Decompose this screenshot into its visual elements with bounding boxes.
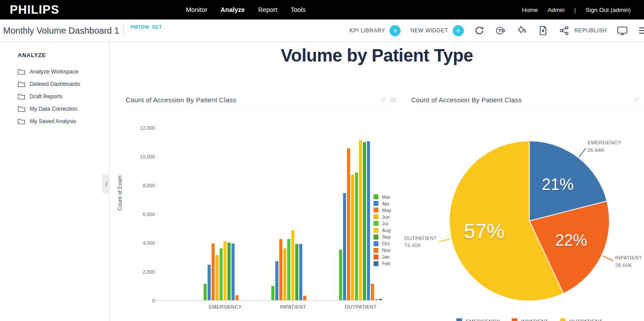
sidebar-item-my-data-correction[interactable]: My Data Correction bbox=[18, 103, 109, 115]
export-document-icon[interactable] bbox=[537, 25, 549, 36]
nav-analyze[interactable]: Analyze bbox=[220, 6, 245, 13]
bar-apr-inpatient[interactable] bbox=[275, 261, 279, 300]
bar-oct-inpatient[interactable] bbox=[299, 244, 303, 300]
bar-may-inpatient[interactable] bbox=[279, 239, 283, 300]
bar-may-emergency[interactable] bbox=[212, 244, 215, 300]
legend-item-jan[interactable]: Jan bbox=[374, 254, 391, 260]
share-icon bbox=[559, 25, 570, 36]
edit-widget-icon[interactable] bbox=[380, 97, 386, 103]
legend-item-oct[interactable]: Oct bbox=[374, 240, 391, 247]
bar-mar-emergency[interactable] bbox=[204, 284, 207, 300]
x-axis-category-label: INPATIENT bbox=[262, 304, 324, 309]
y-axis-tick-label: 6,000 bbox=[143, 212, 155, 217]
legend-item-apr[interactable]: Apr bbox=[374, 200, 391, 207]
legend-item-nov[interactable]: Nov bbox=[374, 247, 391, 254]
sidebar-collapse-handle[interactable]: ❮ bbox=[103, 174, 110, 193]
bar-nov-outpatient[interactable] bbox=[371, 284, 374, 300]
nav-separator: | bbox=[574, 7, 576, 13]
bar-nov-emergency[interactable] bbox=[235, 295, 239, 300]
bar-apr-emergency[interactable] bbox=[208, 265, 211, 300]
bar-jan-outpatient[interactable] bbox=[375, 299, 378, 300]
refresh-icon[interactable] bbox=[474, 25, 485, 36]
dashboard-canvas: Volume by Patient Type Count of Accessio… bbox=[110, 42, 644, 321]
bar-mar-inpatient[interactable] bbox=[271, 286, 275, 301]
bar-oct-outpatient[interactable] bbox=[367, 141, 370, 300]
bar-jun-outpatient[interactable] bbox=[351, 175, 355, 300]
new-widget-button[interactable]: NEW WIDGET + bbox=[410, 25, 463, 36]
bar-sep-outpatient[interactable] bbox=[363, 142, 366, 301]
analyze-sidebar: ANALYZE Analyze WorkspaceDeleted Dashboa… bbox=[0, 42, 110, 321]
legend-swatch bbox=[374, 241, 378, 246]
bar-jul-outpatient[interactable] bbox=[355, 173, 359, 300]
bar-aug-inpatient[interactable] bbox=[291, 230, 295, 300]
sidebar-item-draft-reports[interactable]: Draft Reports bbox=[18, 90, 109, 103]
fill-color-icon[interactable] bbox=[516, 25, 528, 36]
legend-item-mar[interactable]: Mar bbox=[374, 193, 391, 200]
bar-may-outpatient[interactable] bbox=[347, 148, 351, 300]
nav-signout[interactable]: Sign Out (admin) bbox=[586, 7, 631, 13]
legend-item-may[interactable]: May bbox=[374, 207, 391, 213]
bar-mar-outpatient[interactable] bbox=[339, 250, 343, 300]
legend-label: Jul bbox=[382, 221, 388, 226]
callout-leader-line bbox=[602, 255, 613, 261]
pie-legend-item-emergency[interactable]: EMERGENCY bbox=[456, 318, 500, 321]
x-axis-tick bbox=[293, 301, 293, 303]
nav-home[interactable]: Home bbox=[522, 7, 538, 13]
bar-oct-emergency[interactable] bbox=[231, 244, 235, 300]
bar-jun-inpatient[interactable] bbox=[283, 248, 287, 300]
pie-legend-item-inpatient[interactable]: INPATIENT bbox=[512, 318, 548, 321]
menu-icon[interactable] bbox=[638, 25, 644, 36]
legend-swatch bbox=[560, 318, 566, 321]
y-axis-tick bbox=[156, 186, 158, 186]
main-nav: MonitorAnalyzeReportTools bbox=[186, 6, 306, 13]
bar-aug-emergency[interactable] bbox=[224, 241, 227, 300]
x-axis-line bbox=[155, 300, 374, 301]
legend-swatch bbox=[374, 194, 378, 199]
bar-feb-outpatient[interactable] bbox=[379, 299, 382, 300]
y-axis-tick bbox=[156, 214, 158, 215]
legend-item-feb[interactable]: Feb bbox=[374, 260, 391, 267]
display-icon[interactable] bbox=[617, 25, 628, 36]
legend-label: Aug bbox=[382, 228, 391, 233]
y-axis-tick-label: 4,000 bbox=[143, 240, 155, 246]
legend-swatch bbox=[512, 318, 517, 321]
sidebar-item-analyze-workspace[interactable]: Analyze Workspace bbox=[18, 66, 109, 78]
bar-jul-inpatient[interactable] bbox=[287, 239, 291, 300]
add-text-icon[interactable] bbox=[495, 25, 506, 36]
callout-value: 28.66K bbox=[615, 262, 642, 269]
nav-monitor[interactable]: Monitor bbox=[186, 6, 207, 13]
y-axis-tick-label: 8,000 bbox=[143, 183, 155, 188]
legend-item-jun[interactable]: Jun bbox=[374, 213, 391, 220]
sidebar-item-my-saved-analysis[interactable]: My Saved Analysis bbox=[18, 115, 109, 128]
bar-jul-emergency[interactable] bbox=[220, 248, 223, 300]
sidebar-item-deleted-dashboards[interactable]: Deleted Dashboards bbox=[18, 78, 109, 90]
pie-chart: EMERGENCYINPATIENTOUTPATIENT 21%EMERGENC… bbox=[411, 107, 644, 315]
republish-button[interactable]: REPUBLISH bbox=[559, 25, 607, 36]
nav-tools[interactable]: Tools bbox=[291, 6, 306, 13]
y-axis-tick bbox=[156, 157, 158, 157]
legend-label: Jan bbox=[382, 254, 390, 259]
bar-nov-inpatient[interactable] bbox=[303, 296, 307, 300]
slice-percent-emergency: 21% bbox=[542, 175, 574, 194]
pie-legend-item-outpatient[interactable]: OUTPATIENT bbox=[560, 318, 602, 321]
new-widget-add-icon[interactable]: + bbox=[453, 25, 464, 36]
kpi-library-button[interactable]: KPI LIBRARY + bbox=[350, 25, 401, 36]
widget-menu-icon[interactable] bbox=[390, 97, 397, 103]
page-title: Volume by Patient Type bbox=[110, 46, 644, 66]
callout-outpatient: OUTPATIENT73.41K bbox=[404, 235, 437, 249]
nav-report[interactable]: Report bbox=[258, 6, 278, 13]
edit-widget-icon[interactable] bbox=[633, 97, 640, 103]
kpi-library-add-icon[interactable]: + bbox=[389, 25, 401, 36]
bar-sep-inpatient[interactable] bbox=[295, 244, 299, 300]
legend-item-jul[interactable]: Jul bbox=[374, 220, 391, 227]
legend-item-sep[interactable]: Sep bbox=[374, 234, 391, 240]
y-axis-tick-label: 0 bbox=[152, 298, 155, 303]
bar-jun-emergency[interactable] bbox=[216, 255, 219, 300]
bar-chart: Count of Exam 02,0004,0006,0008,00010,00… bbox=[126, 107, 397, 315]
nav-admin[interactable]: Admin bbox=[548, 7, 564, 13]
legend-item-aug[interactable]: Aug bbox=[374, 227, 391, 233]
bar-aug-outpatient[interactable] bbox=[359, 140, 362, 300]
bar-sep-emergency[interactable] bbox=[228, 243, 231, 300]
dataset-tag[interactable]: PMTDM_SET bbox=[130, 24, 162, 30]
bar-apr-outpatient[interactable] bbox=[343, 193, 347, 300]
